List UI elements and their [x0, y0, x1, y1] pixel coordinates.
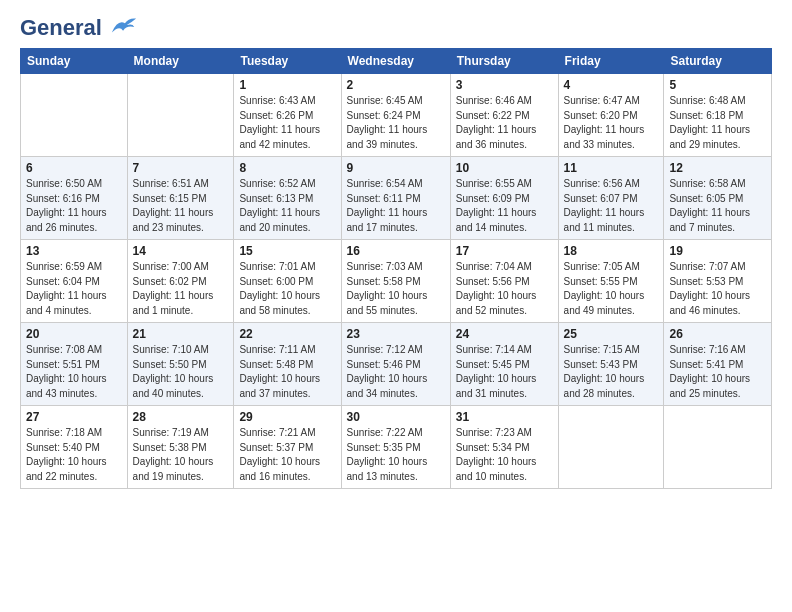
day-number: 25 — [564, 327, 659, 341]
day-number: 16 — [347, 244, 445, 258]
calendar-cell: 27Sunrise: 7:18 AM Sunset: 5:40 PM Dayli… — [21, 406, 128, 489]
day-number: 8 — [239, 161, 335, 175]
calendar-cell: 9Sunrise: 6:54 AM Sunset: 6:11 PM Daylig… — [341, 157, 450, 240]
day-info: Sunrise: 7:00 AM Sunset: 6:02 PM Dayligh… — [133, 260, 229, 318]
day-info: Sunrise: 6:50 AM Sunset: 6:16 PM Dayligh… — [26, 177, 122, 235]
calendar-cell: 5Sunrise: 6:48 AM Sunset: 6:18 PM Daylig… — [664, 74, 772, 157]
day-number: 12 — [669, 161, 766, 175]
day-number: 22 — [239, 327, 335, 341]
calendar-cell: 15Sunrise: 7:01 AM Sunset: 6:00 PM Dayli… — [234, 240, 341, 323]
day-number: 5 — [669, 78, 766, 92]
day-info: Sunrise: 7:07 AM Sunset: 5:53 PM Dayligh… — [669, 260, 766, 318]
calendar-cell: 13Sunrise: 6:59 AM Sunset: 6:04 PM Dayli… — [21, 240, 128, 323]
day-info: Sunrise: 6:56 AM Sunset: 6:07 PM Dayligh… — [564, 177, 659, 235]
calendar-cell: 2Sunrise: 6:45 AM Sunset: 6:24 PM Daylig… — [341, 74, 450, 157]
calendar-cell: 3Sunrise: 6:46 AM Sunset: 6:22 PM Daylig… — [450, 74, 558, 157]
day-number: 21 — [133, 327, 229, 341]
calendar-cell: 1Sunrise: 6:43 AM Sunset: 6:26 PM Daylig… — [234, 74, 341, 157]
logo-bird-icon — [110, 15, 138, 37]
day-number: 13 — [26, 244, 122, 258]
day-info: Sunrise: 6:59 AM Sunset: 6:04 PM Dayligh… — [26, 260, 122, 318]
calendar-cell — [664, 406, 772, 489]
day-info: Sunrise: 6:43 AM Sunset: 6:26 PM Dayligh… — [239, 94, 335, 152]
calendar-cell: 4Sunrise: 6:47 AM Sunset: 6:20 PM Daylig… — [558, 74, 664, 157]
day-number: 31 — [456, 410, 553, 424]
day-number: 10 — [456, 161, 553, 175]
day-info: Sunrise: 7:12 AM Sunset: 5:46 PM Dayligh… — [347, 343, 445, 401]
day-number: 24 — [456, 327, 553, 341]
day-number: 30 — [347, 410, 445, 424]
calendar-cell: 30Sunrise: 7:22 AM Sunset: 5:35 PM Dayli… — [341, 406, 450, 489]
day-info: Sunrise: 7:19 AM Sunset: 5:38 PM Dayligh… — [133, 426, 229, 484]
day-info: Sunrise: 6:52 AM Sunset: 6:13 PM Dayligh… — [239, 177, 335, 235]
calendar-cell: 23Sunrise: 7:12 AM Sunset: 5:46 PM Dayli… — [341, 323, 450, 406]
day-info: Sunrise: 6:46 AM Sunset: 6:22 PM Dayligh… — [456, 94, 553, 152]
weekday-header: Sunday — [21, 49, 128, 74]
calendar-week-row: 1Sunrise: 6:43 AM Sunset: 6:26 PM Daylig… — [21, 74, 772, 157]
day-number: 1 — [239, 78, 335, 92]
day-info: Sunrise: 7:14 AM Sunset: 5:45 PM Dayligh… — [456, 343, 553, 401]
day-info: Sunrise: 7:23 AM Sunset: 5:34 PM Dayligh… — [456, 426, 553, 484]
calendar-cell: 31Sunrise: 7:23 AM Sunset: 5:34 PM Dayli… — [450, 406, 558, 489]
calendar-cell — [558, 406, 664, 489]
calendar-cell: 21Sunrise: 7:10 AM Sunset: 5:50 PM Dayli… — [127, 323, 234, 406]
calendar-cell: 6Sunrise: 6:50 AM Sunset: 6:16 PM Daylig… — [21, 157, 128, 240]
day-number: 26 — [669, 327, 766, 341]
day-number: 28 — [133, 410, 229, 424]
day-info: Sunrise: 7:10 AM Sunset: 5:50 PM Dayligh… — [133, 343, 229, 401]
weekday-header: Thursday — [450, 49, 558, 74]
day-number: 18 — [564, 244, 659, 258]
day-info: Sunrise: 7:21 AM Sunset: 5:37 PM Dayligh… — [239, 426, 335, 484]
calendar-cell: 28Sunrise: 7:19 AM Sunset: 5:38 PM Dayli… — [127, 406, 234, 489]
day-info: Sunrise: 7:05 AM Sunset: 5:55 PM Dayligh… — [564, 260, 659, 318]
day-number: 7 — [133, 161, 229, 175]
calendar-cell: 20Sunrise: 7:08 AM Sunset: 5:51 PM Dayli… — [21, 323, 128, 406]
calendar-week-row: 27Sunrise: 7:18 AM Sunset: 5:40 PM Dayli… — [21, 406, 772, 489]
calendar-cell: 7Sunrise: 6:51 AM Sunset: 6:15 PM Daylig… — [127, 157, 234, 240]
day-info: Sunrise: 7:01 AM Sunset: 6:00 PM Dayligh… — [239, 260, 335, 318]
day-info: Sunrise: 6:51 AM Sunset: 6:15 PM Dayligh… — [133, 177, 229, 235]
calendar-cell: 14Sunrise: 7:00 AM Sunset: 6:02 PM Dayli… — [127, 240, 234, 323]
day-info: Sunrise: 6:58 AM Sunset: 6:05 PM Dayligh… — [669, 177, 766, 235]
calendar-cell: 11Sunrise: 6:56 AM Sunset: 6:07 PM Dayli… — [558, 157, 664, 240]
logo-text: General — [20, 16, 138, 40]
day-info: Sunrise: 6:47 AM Sunset: 6:20 PM Dayligh… — [564, 94, 659, 152]
day-number: 27 — [26, 410, 122, 424]
day-number: 6 — [26, 161, 122, 175]
day-info: Sunrise: 6:48 AM Sunset: 6:18 PM Dayligh… — [669, 94, 766, 152]
calendar-cell: 18Sunrise: 7:05 AM Sunset: 5:55 PM Dayli… — [558, 240, 664, 323]
day-info: Sunrise: 6:45 AM Sunset: 6:24 PM Dayligh… — [347, 94, 445, 152]
page: General SundayMondayTuesdayWednesdayThur… — [0, 0, 792, 612]
day-number: 29 — [239, 410, 335, 424]
calendar-cell: 19Sunrise: 7:07 AM Sunset: 5:53 PM Dayli… — [664, 240, 772, 323]
calendar-cell: 25Sunrise: 7:15 AM Sunset: 5:43 PM Dayli… — [558, 323, 664, 406]
calendar-cell: 17Sunrise: 7:04 AM Sunset: 5:56 PM Dayli… — [450, 240, 558, 323]
day-info: Sunrise: 7:04 AM Sunset: 5:56 PM Dayligh… — [456, 260, 553, 318]
calendar-week-row: 6Sunrise: 6:50 AM Sunset: 6:16 PM Daylig… — [21, 157, 772, 240]
weekday-header: Wednesday — [341, 49, 450, 74]
calendar-cell — [127, 74, 234, 157]
calendar-cell: 12Sunrise: 6:58 AM Sunset: 6:05 PM Dayli… — [664, 157, 772, 240]
calendar-cell: 22Sunrise: 7:11 AM Sunset: 5:48 PM Dayli… — [234, 323, 341, 406]
calendar-cell: 26Sunrise: 7:16 AM Sunset: 5:41 PM Dayli… — [664, 323, 772, 406]
weekday-header: Saturday — [664, 49, 772, 74]
day-info: Sunrise: 7:16 AM Sunset: 5:41 PM Dayligh… — [669, 343, 766, 401]
day-number: 20 — [26, 327, 122, 341]
day-number: 4 — [564, 78, 659, 92]
day-info: Sunrise: 7:11 AM Sunset: 5:48 PM Dayligh… — [239, 343, 335, 401]
calendar-cell: 24Sunrise: 7:14 AM Sunset: 5:45 PM Dayli… — [450, 323, 558, 406]
calendar-week-row: 20Sunrise: 7:08 AM Sunset: 5:51 PM Dayli… — [21, 323, 772, 406]
day-number: 17 — [456, 244, 553, 258]
calendar-cell: 16Sunrise: 7:03 AM Sunset: 5:58 PM Dayli… — [341, 240, 450, 323]
day-number: 19 — [669, 244, 766, 258]
weekday-header: Tuesday — [234, 49, 341, 74]
weekday-header: Monday — [127, 49, 234, 74]
calendar-cell — [21, 74, 128, 157]
calendar-header-row: SundayMondayTuesdayWednesdayThursdayFrid… — [21, 49, 772, 74]
day-number: 9 — [347, 161, 445, 175]
day-info: Sunrise: 7:03 AM Sunset: 5:58 PM Dayligh… — [347, 260, 445, 318]
day-number: 15 — [239, 244, 335, 258]
calendar-week-row: 13Sunrise: 6:59 AM Sunset: 6:04 PM Dayli… — [21, 240, 772, 323]
day-number: 11 — [564, 161, 659, 175]
day-number: 2 — [347, 78, 445, 92]
